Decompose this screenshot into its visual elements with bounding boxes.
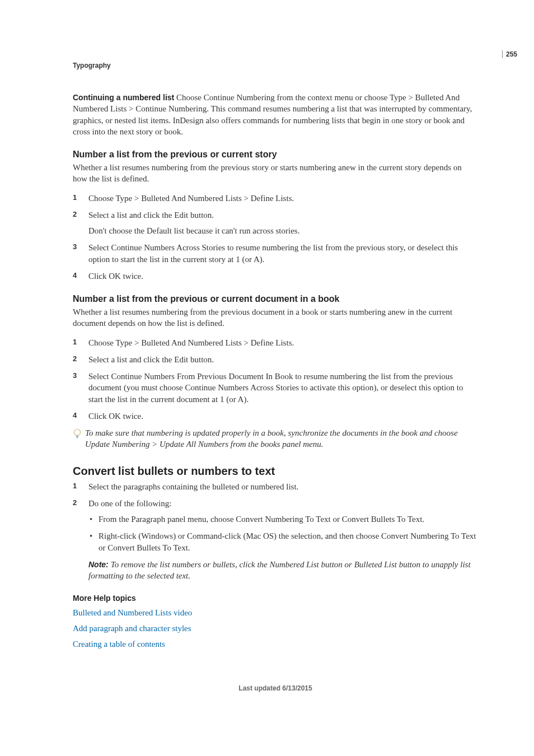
step-item: 2 Do one of the following: From the Para… xyxy=(73,498,478,582)
link-toc[interactable]: Creating a table of contents xyxy=(73,637,478,651)
section-header: Typography xyxy=(73,62,478,69)
step-item: 1 Choose Type > Bulleted And Numbered Li… xyxy=(73,337,478,348)
step-item: 2 Select a list and click the Edit butto… xyxy=(73,354,478,365)
step-text: Select the paragraphs containing the bul… xyxy=(88,482,298,491)
tip-text: To make sure that numbering is updated p… xyxy=(85,427,478,450)
step-item: 4 Click OK twice. xyxy=(73,270,478,282)
steps-number-book: 1 Choose Type > Bulleted And Numbered Li… xyxy=(73,337,478,422)
heading-number-story: Number a list from the previous or curre… xyxy=(73,150,478,160)
steps-convert-list: 1 Select the paragraphs containing the b… xyxy=(73,481,478,582)
intro-number-story: Whether a list resumes numbering from th… xyxy=(73,162,478,185)
step-text: Select Continue Numbers Across Stories t… xyxy=(88,243,458,263)
tip-sync-numbering: To make sure that numbering is updated p… xyxy=(73,427,478,450)
steps-number-story: 1 Choose Type > Bulleted And Numbered Li… xyxy=(73,193,478,282)
step-number: 2 xyxy=(73,354,77,364)
step-text: Select a list and click the Edit button. xyxy=(88,355,214,364)
step-item: 1 Select the paragraphs containing the b… xyxy=(73,481,478,492)
step-number: 2 xyxy=(73,498,77,508)
paragraph-continuing: Continuing a numbered list Choose Contin… xyxy=(73,92,478,137)
link-bulleted-video[interactable]: Bulleted and Numbered Lists video xyxy=(73,606,478,619)
heading-number-book: Number a list from the previous or curre… xyxy=(73,294,478,304)
more-help-heading: More Help topics xyxy=(73,594,478,603)
note-remove-bullets: Note: To remove the list numbers or bull… xyxy=(88,559,478,582)
sub-bullets: From the Paragraph panel menu, choose Co… xyxy=(88,514,478,553)
step-number: 1 xyxy=(73,481,77,491)
step-item: 4 Click OK twice. xyxy=(73,410,478,422)
lead-in-label: Continuing a numbered list xyxy=(73,93,174,102)
note-text: To remove the list numbers or bullets, c… xyxy=(88,560,471,580)
link-add-styles[interactable]: Add paragraph and character styles xyxy=(73,622,478,635)
step-text: Select Continue Numbers From Previous Do… xyxy=(88,372,463,404)
step-item: 1 Choose Type > Bulleted And Numbered Li… xyxy=(73,193,478,204)
intro-number-book: Whether a list resumes numbering from th… xyxy=(73,306,478,329)
footer-last-updated: Last updated 6/13/2015 xyxy=(73,684,478,692)
step-number: 2 xyxy=(73,209,77,220)
lightbulb-icon xyxy=(73,428,83,442)
step-item: 3 Select Continue Numbers From Previous … xyxy=(73,371,478,405)
step-number: 4 xyxy=(73,270,77,281)
step-item: 3 Select Continue Numbers Across Stories… xyxy=(73,242,478,265)
step-item: 2 Select a list and click the Edit butto… xyxy=(73,209,478,237)
step-text: Choose Type > Bulleted And Numbered List… xyxy=(88,194,294,203)
page-number: 255 xyxy=(502,50,517,58)
step-text: Click OK twice. xyxy=(88,412,143,421)
step-number: 3 xyxy=(73,242,77,252)
step-text: Select a list and click the Edit button. xyxy=(88,211,214,220)
step-number: 3 xyxy=(73,371,77,381)
list-item: Right-click (Windows) or Command-click (… xyxy=(88,530,478,553)
note-label: Note: xyxy=(88,560,111,569)
step-number: 4 xyxy=(73,410,77,421)
step-text: Do one of the following: xyxy=(88,499,171,508)
heading-convert-list: Convert list bullets or numbers to text xyxy=(73,465,478,478)
step-text: Choose Type > Bulleted And Numbered List… xyxy=(88,338,294,347)
step-number: 1 xyxy=(73,337,77,347)
list-item: From the Paragraph panel menu, choose Co… xyxy=(88,514,478,525)
step-subtext: Don't choose the Default list because it… xyxy=(88,225,478,236)
step-number: 1 xyxy=(73,193,77,203)
step-text: Click OK twice. xyxy=(88,272,143,281)
svg-point-0 xyxy=(74,430,81,436)
